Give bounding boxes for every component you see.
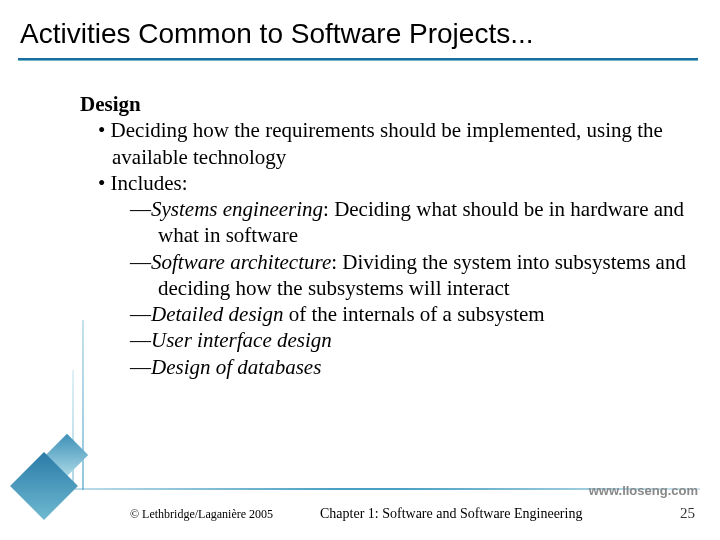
dash-item: —Detailed design of the internals of a s… (130, 301, 690, 327)
page-number: 25 (680, 505, 695, 522)
slide: Activities Common to Software Projects..… (0, 0, 720, 540)
slide-title: Activities Common to Software Projects..… (0, 0, 720, 50)
definition: of the internals of a subsystem (283, 302, 544, 326)
corner-graphic (0, 360, 120, 540)
term: Design of databases (151, 355, 321, 379)
dash-item: —Systems engineering: Deciding what shou… (130, 196, 690, 249)
bullet-item: • Includes: (98, 170, 690, 196)
chapter-label: Chapter 1: Software and Software Enginee… (320, 506, 582, 522)
copyright-text: © Lethbridge/Laganière 2005 (130, 507, 273, 522)
dash-item: —User interface design (130, 327, 690, 353)
bullet-item: • Deciding how the requirements should b… (98, 117, 690, 170)
bullet-text: Includes: (111, 171, 188, 195)
term: Detailed design (151, 302, 283, 326)
section-heading: Design (80, 91, 690, 117)
term: User interface design (151, 328, 332, 352)
bullet-text: Deciding how the requirements should be … (111, 118, 663, 168)
dash-item: —Design of databases (130, 354, 690, 380)
term: Systems engineering (151, 197, 323, 221)
decorative-line (72, 370, 74, 491)
title-underline (18, 58, 698, 61)
term: Software architecture (151, 250, 331, 274)
decorative-line (82, 320, 84, 491)
dash-item: —Software architecture: Dividing the sys… (130, 249, 690, 302)
site-url: www.lloseng.com (589, 483, 698, 498)
content-block: Design • Deciding how the requirements s… (80, 91, 690, 380)
